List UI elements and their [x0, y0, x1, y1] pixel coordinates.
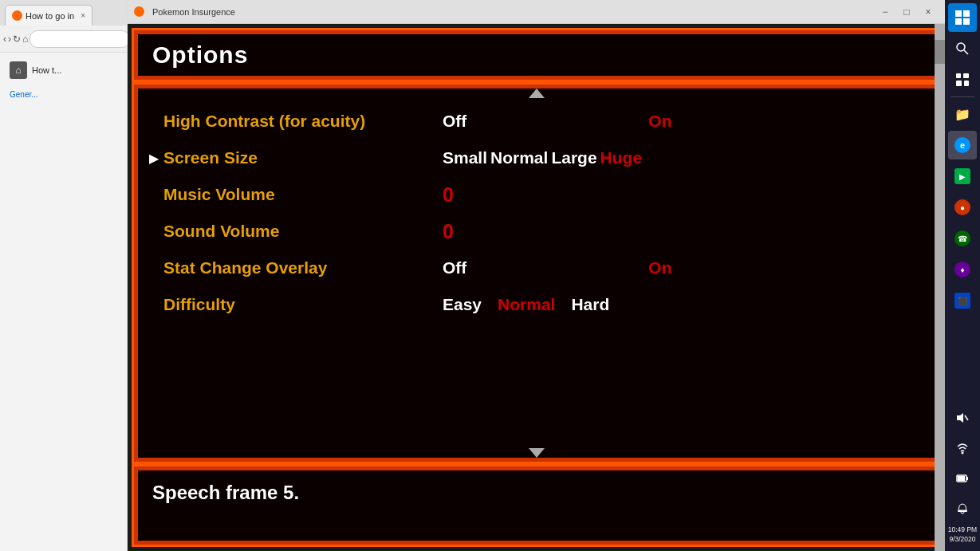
svg-rect-14 — [966, 477, 968, 480]
speech-text: Speech frame 5. — [152, 482, 299, 504]
val-music-number[interactable]: 0 — [443, 183, 454, 207]
home-button[interactable]: ⌂ — [22, 30, 28, 49]
task-view-button[interactable] — [948, 65, 977, 94]
val-normal-diff[interactable]: Normal — [498, 295, 555, 314]
sidebar-home-label: How t... — [32, 65, 61, 75]
forward-button[interactable]: › — [8, 30, 11, 49]
svg-rect-2 — [955, 18, 962, 25]
title-row: Options — [138, 34, 935, 76]
file-explorer-button[interactable]: 📁 — [948, 100, 977, 128]
val-sound-number[interactable]: 0 — [443, 220, 454, 243]
settings-row-stat-overlay: Stat Change Overlay Off On — [149, 250, 920, 286]
tab-close-btn[interactable]: × — [81, 11, 85, 20]
tab-favicon — [12, 10, 22, 21]
windows-taskbar: 📁 e ▶ ● ☎ ♦ ⬛ — [945, 0, 980, 551]
svg-marker-10 — [957, 413, 963, 423]
search-taskbar-button[interactable] — [948, 34, 977, 63]
battery-button[interactable] — [948, 464, 977, 493]
sidebar-content: ⌂ How t... Gener... — [0, 53, 127, 108]
settings-row-difficulty: Difficulty Easy Normal Hard — [149, 286, 920, 323]
game-viewport: Pokemon Insurgence − □ × Options — [128, 0, 945, 551]
val-normal-size[interactable]: Normal — [490, 148, 548, 167]
scrollbar-thumb[interactable] — [935, 40, 945, 64]
scroll-down-arrow[interactable] — [529, 448, 545, 458]
tab-title: How to go in — [26, 11, 74, 21]
refresh-button[interactable]: ↻ — [13, 30, 21, 49]
sidebar-sub-label: Gener... — [10, 90, 38, 99]
options-title-panel: Options — [134, 30, 939, 80]
val-off-1[interactable]: Off — [443, 112, 466, 131]
svg-point-4 — [957, 43, 965, 51]
app1-button[interactable]: ▶ — [948, 162, 977, 191]
app5-button[interactable]: ⬛ — [948, 286, 977, 315]
wifi-button[interactable] — [948, 434, 977, 462]
vals-difficulty: Easy Normal Hard — [443, 295, 609, 314]
label-difficulty: Difficulty — [163, 295, 443, 314]
close-button[interactable]: × — [918, 4, 939, 20]
sidebar-item-home[interactable]: ⌂ How t... — [5, 57, 122, 83]
game-window-title-text: Pokemon Insurgence — [152, 7, 872, 17]
settings-panel: High Contrast (for acuity) Off On ▶ Scre… — [134, 85, 939, 462]
vals-screen-size: Small Normal Large Huge — [443, 148, 642, 167]
row-selector-2: ▶ — [149, 151, 163, 166]
val-on-2[interactable]: On — [648, 258, 671, 277]
val-hard[interactable]: Hard — [571, 295, 609, 314]
val-small[interactable]: Small — [443, 148, 487, 167]
svg-rect-8 — [956, 81, 962, 86]
svg-rect-3 — [963, 18, 970, 25]
speech-content: Speech frame 5. — [138, 470, 935, 541]
taskbar-separator — [950, 96, 974, 97]
svg-rect-0 — [955, 10, 962, 17]
label-music-volume: Music Volume — [163, 185, 443, 204]
svg-line-5 — [964, 50, 968, 54]
vals-high-contrast: Off On — [443, 112, 672, 131]
label-stat-overlay: Stat Change Overlay — [163, 258, 443, 277]
window-controls: − □ × — [875, 4, 939, 20]
maximize-button[interactable]: □ — [896, 4, 917, 20]
label-screen-size: Screen Size — [163, 148, 443, 167]
address-bar[interactable] — [30, 30, 130, 48]
home-icon: ⌂ — [10, 61, 27, 79]
taskbar-clock: 10:49 PM 9/3/2020 — [948, 525, 977, 545]
tab-bar: How to go in × — [0, 0, 127, 26]
vals-music-volume: 0 — [443, 183, 454, 207]
svg-rect-15 — [958, 476, 965, 481]
browser-sidebar: How to go in × ‹ › ↻ ⌂ ⌂ How t... — [0, 0, 128, 551]
svg-rect-7 — [963, 73, 969, 78]
svg-rect-16 — [958, 510, 967, 512]
scroll-up-arrow[interactable] — [529, 89, 545, 98]
speech-panel: Speech frame 5. — [134, 466, 939, 545]
svg-line-11 — [965, 415, 968, 420]
options-title: Options — [152, 41, 248, 69]
svg-rect-6 — [956, 73, 961, 78]
nav-bar: ‹ › ↻ ⌂ — [0, 26, 127, 53]
browser-scrollbar[interactable] — [935, 24, 945, 551]
app4-button[interactable]: ♦ — [948, 255, 977, 284]
sidebar-item-sub[interactable]: Gener... — [5, 86, 122, 103]
app2-button[interactable]: ● — [948, 193, 977, 222]
svg-point-12 — [961, 451, 963, 454]
volume-button[interactable] — [948, 403, 977, 432]
minimize-button[interactable]: − — [875, 4, 895, 20]
browser-tab[interactable]: How to go in × — [5, 5, 92, 26]
game-content: Options High Contrast (for acuity) Off O… — [128, 24, 945, 551]
vals-sound-volume: 0 — [443, 220, 454, 243]
val-easy[interactable]: Easy — [443, 295, 482, 314]
start-button[interactable] — [948, 3, 977, 32]
settings-rows: High Contrast (for acuity) Off On ▶ Scre… — [138, 89, 935, 337]
settings-row-sound-volume: Sound Volume 0 — [149, 213, 920, 250]
label-high-contrast: High Contrast (for acuity) — [163, 112, 443, 131]
app3-button[interactable]: ☎ — [948, 224, 977, 253]
back-button[interactable]: ‹ — [3, 30, 6, 49]
svg-rect-9 — [964, 81, 969, 86]
val-on-1[interactable]: On — [648, 112, 671, 131]
settings-row-high-contrast: High Contrast (for acuity) Off On — [149, 103, 920, 140]
val-large[interactable]: Large — [551, 148, 596, 167]
notifications-button[interactable] — [948, 494, 977, 523]
val-off-2[interactable]: Off — [443, 258, 466, 277]
edge-button[interactable]: e — [948, 131, 977, 159]
label-sound-volume: Sound Volume — [163, 222, 443, 241]
vals-stat-overlay: Off On — [443, 258, 672, 277]
game-window-titlebar: Pokemon Insurgence − □ × — [128, 0, 945, 24]
val-huge[interactable]: Huge — [600, 148, 643, 167]
